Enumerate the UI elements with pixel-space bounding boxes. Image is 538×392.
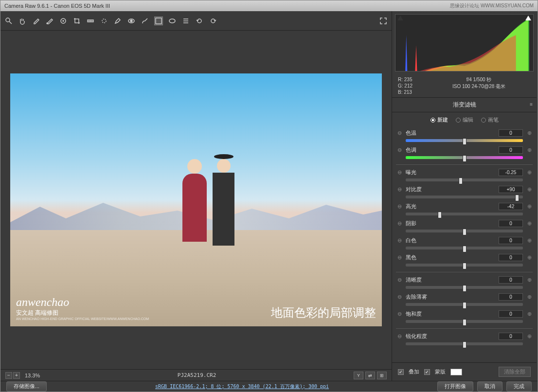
slider-track[interactable] xyxy=(406,319,523,324)
crop-icon[interactable] xyxy=(72,17,81,25)
plus-icon[interactable]: ⊕ xyxy=(526,294,533,301)
slider-value-input[interactable]: 0 xyxy=(499,254,523,261)
zoom-in-button[interactable]: + xyxy=(13,372,20,379)
compare-button[interactable]: Y xyxy=(354,372,363,379)
minus-icon[interactable]: ⊖ xyxy=(396,147,403,154)
copy-button[interactable]: ⊞ xyxy=(377,372,387,379)
minus-icon[interactable]: ⊖ xyxy=(396,169,403,176)
left-panel: anwenchao 安文超 高端修图 AN WENCHAO HIGH-END G… xyxy=(0,11,392,381)
slider-label: 阴影 xyxy=(406,220,435,227)
slider-value-input[interactable]: 0 xyxy=(499,293,523,301)
minus-icon[interactable]: ⊖ xyxy=(396,254,403,261)
slider-value-input[interactable]: 0 xyxy=(499,310,523,318)
minus-icon[interactable]: ⊖ xyxy=(396,311,403,318)
highlight-clip-icon[interactable] xyxy=(525,16,531,20)
minus-icon[interactable]: ⊖ xyxy=(396,130,403,137)
presets-icon[interactable] xyxy=(181,17,190,25)
cancel-button[interactable]: 取消 xyxy=(477,381,502,392)
spot-icon[interactable] xyxy=(100,17,108,25)
slider-track[interactable] xyxy=(406,211,523,217)
target-icon[interactable] xyxy=(59,17,68,25)
site-watermark: 思缘设计论坛 WWW.MISSYUAN.COM xyxy=(450,2,534,9)
adjustment-brush-icon[interactable] xyxy=(141,17,149,25)
minus-icon[interactable]: ⊖ xyxy=(396,203,403,210)
slider-track[interactable] xyxy=(406,302,523,307)
radio-edit[interactable]: 编辑 xyxy=(456,116,473,124)
slider-value-input[interactable]: -42 xyxy=(499,203,523,210)
mask-color-swatch[interactable] xyxy=(450,369,462,375)
brush-icon[interactable] xyxy=(113,17,122,25)
minus-icon[interactable]: ⊖ xyxy=(396,294,403,301)
slider-track[interactable] xyxy=(406,194,523,200)
plus-icon[interactable]: ⊕ xyxy=(526,186,533,193)
plus-icon[interactable]: ⊕ xyxy=(526,333,533,340)
open-image-button[interactable]: 打开图像 xyxy=(437,381,473,392)
swap-button[interactable]: ⇄ xyxy=(365,372,375,379)
plus-icon[interactable]: ⊕ xyxy=(526,254,533,261)
gradient-icon[interactable] xyxy=(154,17,163,25)
slider-exposure: ⊖ 曝光 -0.25 ⊕ xyxy=(396,169,533,183)
plus-icon[interactable]: ⊕ xyxy=(526,147,533,154)
slider-value-input[interactable]: 0 xyxy=(499,276,523,284)
slider-label: 锐化程度 xyxy=(406,333,435,340)
zoom-icon[interactable] xyxy=(4,17,13,25)
minus-icon[interactable]: ⊖ xyxy=(396,237,403,244)
panel-menu-icon[interactable]: ≡ xyxy=(530,102,533,107)
slider-value-input[interactable]: 0 xyxy=(499,129,523,137)
shadow-clip-icon[interactable] xyxy=(397,16,403,20)
plus-icon[interactable]: ⊕ xyxy=(526,237,533,244)
radio-brush[interactable]: 画笔 xyxy=(481,116,499,124)
overlay-checkbox[interactable]: ✓ xyxy=(398,369,404,375)
slider-track[interactable] xyxy=(406,262,523,268)
histogram[interactable] xyxy=(395,14,534,71)
clear-all-button[interactable]: 清除全部 xyxy=(499,367,531,377)
slider-track[interactable] xyxy=(406,177,523,183)
slider-track[interactable] xyxy=(406,138,523,143)
color-sampler-icon[interactable] xyxy=(45,17,54,25)
slider-value-input[interactable]: +90 xyxy=(499,186,523,193)
plus-icon[interactable]: ⊕ xyxy=(526,203,533,210)
rotate-ccw-icon[interactable] xyxy=(195,17,204,25)
slider-value-input[interactable]: 0 xyxy=(499,220,523,227)
rgb-r: R: 235 xyxy=(398,76,427,83)
zoom-out-button[interactable]: − xyxy=(5,372,12,379)
plus-icon[interactable]: ⊕ xyxy=(526,277,533,284)
bottom-options: ✓ 叠加 ✓ 蒙版 清除全部 xyxy=(392,362,537,381)
image-preview[interactable]: anwenchao 安文超 高端修图 AN WENCHAO HIGH-END G… xyxy=(10,73,382,326)
plus-icon[interactable]: ⊕ xyxy=(526,220,533,227)
slider-track[interactable] xyxy=(406,341,523,347)
slider-value-input[interactable]: 0 xyxy=(499,146,523,154)
slider-track[interactable] xyxy=(406,228,523,234)
plus-icon[interactable]: ⊕ xyxy=(526,130,533,137)
hand-icon[interactable] xyxy=(18,17,27,25)
minus-icon[interactable]: ⊖ xyxy=(396,333,403,340)
save-image-button[interactable]: 存储图像... xyxy=(6,381,47,392)
minus-icon[interactable]: ⊖ xyxy=(396,220,403,227)
zoom-level[interactable]: 13.3% xyxy=(25,373,40,378)
minus-icon[interactable]: ⊖ xyxy=(396,277,403,284)
plus-icon[interactable]: ⊕ xyxy=(526,311,533,318)
slider-track[interactable] xyxy=(406,285,523,290)
mask-checkbox[interactable]: ✓ xyxy=(424,369,430,375)
slider-value-input[interactable]: -0.25 xyxy=(499,169,523,176)
eyedropper-icon[interactable] xyxy=(32,17,40,25)
mask-label: 蒙版 xyxy=(435,368,446,375)
slider-value-input[interactable]: 0 xyxy=(499,333,523,340)
sliders-panel: ⊖ 色温 0 ⊕ ⊖ 色调 0 ⊕ ⊖ xyxy=(392,127,537,362)
panel-title: 渐变滤镜 ≡ xyxy=(392,97,537,112)
redeye-icon[interactable] xyxy=(127,17,136,25)
fullscreen-icon[interactable] xyxy=(379,17,388,25)
rotate-cw-icon[interactable] xyxy=(209,17,217,25)
slider-track[interactable] xyxy=(406,155,523,160)
slider-track[interactable] xyxy=(406,245,523,251)
radial-icon[interactable] xyxy=(168,17,177,25)
straighten-icon[interactable] xyxy=(86,17,95,25)
done-button[interactable]: 完成 xyxy=(506,381,532,392)
workflow-info[interactable]: sRGB IEC61966-2.1; 8 位; 5760 x 3840 (22.… xyxy=(52,383,432,390)
info-row: R: 235 G: 212 B: 213 f/4 1/500 秒 ISO 100… xyxy=(392,74,537,97)
slider-label: 高光 xyxy=(406,203,435,210)
slider-value-input[interactable]: 0 xyxy=(499,237,523,244)
plus-icon[interactable]: ⊕ xyxy=(526,169,533,176)
radio-new[interactable]: 新建 xyxy=(430,116,448,124)
minus-icon[interactable]: ⊖ xyxy=(396,186,403,193)
